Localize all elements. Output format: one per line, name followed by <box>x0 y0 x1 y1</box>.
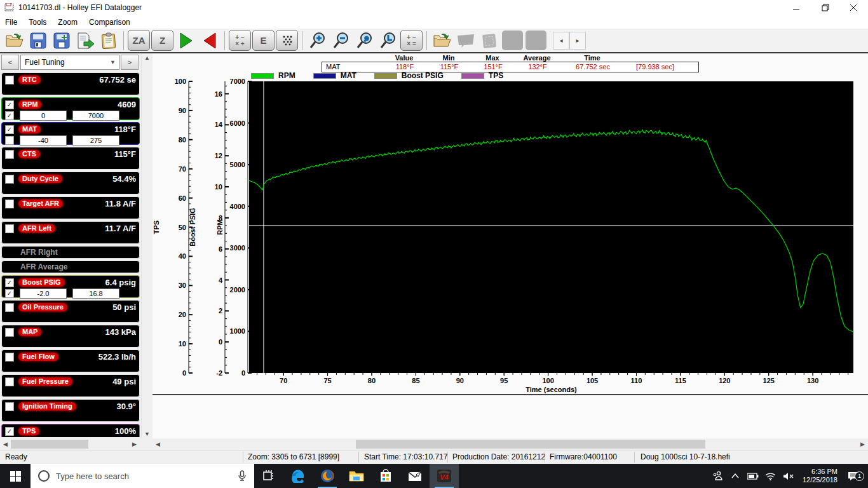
preset-next-button[interactable]: > <box>121 55 139 70</box>
channel-card-afr-right[interactable]: AFR Right <box>1 246 140 259</box>
range-checkbox[interactable] <box>5 136 14 145</box>
save-as-button[interactable] <box>50 30 72 51</box>
next-channel-page-button[interactable]: ▸ <box>569 32 586 50</box>
channel-card-mat[interactable]: ✓MAT118°F <box>1 122 140 145</box>
channel-checkbox[interactable] <box>5 402 14 411</box>
zoom-last-button[interactable] <box>377 30 399 51</box>
channel-card-oil-pressure[interactable]: Oil Pressure50 psi <box>1 300 140 323</box>
main-chart[interactable]: 0102030405060708090100TPS-20246810121416… <box>153 53 868 394</box>
channel-checkbox[interactable]: ✓ <box>5 125 14 134</box>
channel-card-rtc[interactable]: RTC67.752 se <box>1 72 140 95</box>
range-min-input[interactable] <box>20 111 67 121</box>
scrollbar-thumb[interactable] <box>11 440 88 449</box>
range-checkbox[interactable]: ✓ <box>5 111 14 120</box>
channel-checkbox[interactable] <box>5 175 14 184</box>
data-points-button[interactable] <box>276 30 298 51</box>
channel-checkbox[interactable] <box>5 224 14 233</box>
taskbar-firefox-icon[interactable] <box>313 464 342 488</box>
channel-card-map[interactable]: MAP143 kPa <box>1 325 140 348</box>
zoom-box-button[interactable]: Z <box>151 30 173 51</box>
scroll-down-icon[interactable]: ▼ <box>142 431 153 437</box>
restore-button[interactable] <box>811 0 839 15</box>
chart-scroll-left-icon[interactable]: ◀ <box>153 441 163 447</box>
play-reverse-button[interactable] <box>198 30 220 51</box>
range-max-input[interactable] <box>72 437 119 438</box>
preset-dropdown[interactable]: Fuel Tuning ▼ <box>20 55 119 70</box>
zoom-out-button[interactable] <box>330 30 352 51</box>
zoom-all-button[interactable]: ZA <box>128 30 150 51</box>
chart-scrollbar-thumb[interactable] <box>356 440 705 449</box>
channel-card-fuel-flow[interactable]: Fuel Flow522.3 lb/h <box>1 349 140 372</box>
chart-scroll-right-icon[interactable]: ▶ <box>857 441 868 447</box>
zoom-in-button[interactable] <box>306 30 329 51</box>
scroll-right-icon[interactable]: ▶ <box>129 441 140 447</box>
range-max-input[interactable] <box>72 288 119 299</box>
taskbar-store-icon[interactable] <box>371 464 400 488</box>
range-min-input[interactable] <box>20 437 67 438</box>
channel-checkbox[interactable]: ✓ <box>5 278 14 287</box>
open-file-button[interactable] <box>3 30 25 51</box>
taskbar-clock[interactable]: 6:36 PM 12/25/2018 <box>803 468 837 484</box>
channel-card-target-afr[interactable]: Target AFR11.8 A/F <box>1 196 140 219</box>
action-center-icon[interactable]: 1 <box>844 471 863 481</box>
channel-checkbox[interactable] <box>5 150 14 159</box>
channel-checkbox[interactable]: ✓ <box>5 100 14 109</box>
range-max-input[interactable] <box>72 135 119 146</box>
taskbar-edge-icon[interactable] <box>283 464 313 488</box>
menu-comparison[interactable]: Comparison <box>89 17 137 28</box>
export-button[interactable] <box>74 30 96 51</box>
taskbar-mail-icon[interactable] <box>400 464 430 488</box>
tray-expand-icon[interactable] <box>728 473 743 478</box>
people-icon[interactable] <box>710 471 725 481</box>
task-view-button[interactable] <box>254 464 283 488</box>
play-forward-button[interactable] <box>175 30 197 51</box>
channel-card-rpm[interactable]: ✓RPM4609✓ <box>1 97 140 120</box>
battery-icon[interactable] <box>745 473 761 480</box>
sidebar-vertical-scrollbar[interactable]: ▲ ▼ <box>141 53 153 438</box>
sidebar-horizontal-scrollbar[interactable]: ◀ ▶ <box>0 438 140 450</box>
microphone-icon[interactable] <box>238 470 247 482</box>
channel-card-afr-left[interactable]: AFR Left11.7 A/F <box>1 221 140 244</box>
prev-channel-page-button[interactable]: ◂ <box>553 32 569 50</box>
menu-tools[interactable]: Tools <box>29 17 53 28</box>
channel-card-afr-average[interactable]: AFR Average <box>1 261 140 273</box>
preset-prev-button[interactable]: < <box>1 55 19 70</box>
channel-checkbox[interactable] <box>5 303 14 312</box>
overview-chart[interactable] <box>153 395 868 438</box>
taskbar-datalogger-icon[interactable]: V4 <box>430 464 459 488</box>
channel-checkbox[interactable] <box>5 76 14 85</box>
chart-horizontal-scrollbar[interactable]: ◀ ▶ <box>153 438 868 450</box>
channel-checkbox[interactable] <box>5 328 14 337</box>
channel-card-cts[interactable]: CTS115°F <box>1 147 140 170</box>
taskbar-search-input[interactable]: Type here to search <box>31 464 254 488</box>
engineering-units-button[interactable]: E <box>252 30 275 51</box>
range-max-input[interactable] <box>72 111 119 121</box>
taskbar-explorer-icon[interactable] <box>342 464 371 488</box>
math-channel-button[interactable]: + −× ÷ <box>229 30 251 51</box>
scroll-up-icon[interactable]: ▲ <box>142 55 153 61</box>
menu-file[interactable]: File <box>5 17 24 28</box>
menu-zoom[interactable]: Zoom <box>58 17 84 28</box>
volume-muted-icon[interactable] <box>781 472 796 480</box>
channel-card-boost-psig[interactable]: ✓Boost PSIG6.4 psig✓ <box>1 275 140 298</box>
channel-checkbox[interactable]: ✓ <box>5 427 14 436</box>
channel-card-duty-cycle[interactable]: Duty Cycle54.4% <box>1 172 140 194</box>
minimize-button[interactable] <box>782 0 811 15</box>
channel-card-tps[interactable]: ✓TPS100%✓ <box>1 424 140 437</box>
save-button[interactable] <box>27 30 49 51</box>
zoom-previous-button[interactable] <box>353 30 376 51</box>
channel-card-fuel-pressure[interactable]: Fuel Pressure49 psi <box>1 374 140 397</box>
start-button[interactable] <box>0 464 31 488</box>
range-min-input[interactable] <box>20 288 67 299</box>
comparison-open-button[interactable] <box>431 30 453 51</box>
channel-checkbox[interactable] <box>5 377 14 386</box>
close-button[interactable] <box>839 0 868 15</box>
channel-checkbox[interactable] <box>5 353 14 362</box>
range-min-input[interactable] <box>20 135 67 146</box>
channel-card-ignition-timing[interactable]: Ignition Timing30.9° <box>1 399 140 422</box>
calc-table-button[interactable]: + −× = <box>400 30 423 51</box>
channel-checkbox[interactable] <box>5 200 14 208</box>
scroll-left-icon[interactable]: ◀ <box>0 441 11 447</box>
range-checkbox[interactable]: ✓ <box>5 289 14 298</box>
wifi-icon[interactable] <box>763 472 778 480</box>
